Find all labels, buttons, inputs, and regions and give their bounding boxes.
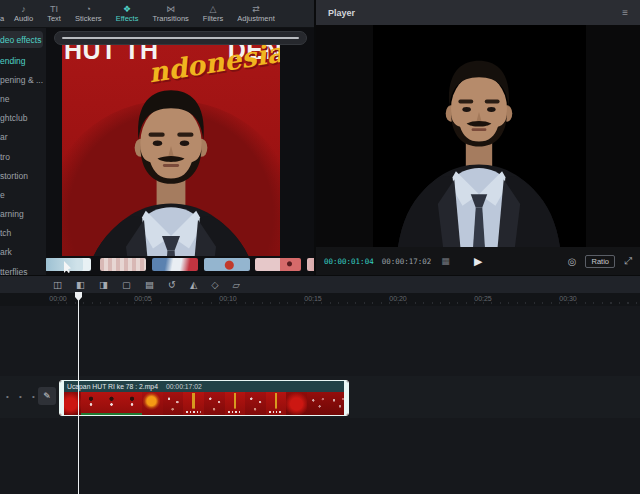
frame-view-icon[interactable]: ▦ <box>441 256 450 266</box>
sidebar-item[interactable]: stortion <box>0 166 46 185</box>
effects-icon: ❖ <box>123 5 131 14</box>
sidebar-item[interactable]: tch <box>0 224 46 243</box>
tool-delete-icon[interactable]: ▢ <box>122 280 131 290</box>
effect-thumbnail[interactable] <box>204 258 250 271</box>
sidebar-item[interactable]: e <box>0 185 46 204</box>
track-toggle-icon[interactable]: • <box>32 393 35 401</box>
tab-transitions[interactable]: ⋈Transitions <box>145 0 195 27</box>
track-toggle-icon[interactable]: • <box>6 393 9 401</box>
tab-text[interactable]: TIText <box>40 0 68 27</box>
tab-label: Filters <box>203 15 223 23</box>
sidebar-item[interactable]: ending <box>0 51 46 70</box>
tab-effects[interactable]: ❖Effects <box>109 0 146 27</box>
tool-mirror-icon[interactable]: ◭ <box>190 280 197 290</box>
fullscreen-icon[interactable]: ⤢ <box>624 255 632 267</box>
ruler-label: 00:30 <box>559 295 577 302</box>
audio-icon: ♪ <box>21 5 26 14</box>
tool-freeze-frame-icon[interactable]: ▤ <box>145 280 154 290</box>
filmstrip-frame <box>204 392 225 416</box>
sidebar-item[interactable]: tterflies <box>0 262 46 276</box>
filmstrip-frame <box>101 392 122 416</box>
timeline-panel: ◫◧◨▢▤↺◭◇▱ 00:0000:0500:1000:1500:2000:25… <box>0 276 640 494</box>
filmstrip-frame <box>245 392 266 416</box>
player-panel: Player ≡ 00:00:01:04 00:00:17:02 ▦ ▶ ◎ R… <box>316 0 640 275</box>
track-header: • • • ✎ <box>0 384 58 410</box>
tab-stickers[interactable]: ◔Stickers <box>68 0 109 27</box>
effect-thumbnail[interactable] <box>307 258 314 271</box>
tool-reverse-icon[interactable]: ↺ <box>168 280 176 290</box>
tool-crop-icon[interactable]: ▱ <box>233 280 240 290</box>
player-canvas <box>316 25 640 247</box>
playhead[interactable] <box>78 292 79 494</box>
sidebar-item[interactable]: tro <box>0 147 46 166</box>
menu-icon[interactable]: ≡ <box>622 7 628 18</box>
timeline-ruler[interactable]: 00:0000:0500:1000:1500:2000:2500:30 <box>0 293 640 306</box>
video-frame[interactable] <box>373 25 586 247</box>
tab-label: Audio <box>14 15 33 23</box>
ruler-label: 00:15 <box>304 295 322 302</box>
effects-category-sidebar: deo effectsendingpening & ...neghtclubar… <box>0 28 46 276</box>
clip-header: Ucapan HUT RI ke 78 : 2.mp4 00:00:17:02 <box>60 381 348 392</box>
tab-label: Text <box>47 15 61 23</box>
tab-audio[interactable]: ♪Audio <box>7 0 40 27</box>
play-button[interactable]: ▶ <box>474 255 482 268</box>
ruler-label: 00:00 <box>49 295 67 302</box>
effect-thumbnail[interactable] <box>255 258 301 271</box>
tab-media-partial[interactable]: a <box>0 0 7 27</box>
tab-label: Stickers <box>75 15 102 23</box>
text-icon: TI <box>50 5 58 14</box>
tab-label: Effects <box>116 15 139 23</box>
filmstrip-frame <box>142 392 163 416</box>
stickers-icon: ◔ <box>86 5 91 14</box>
clip-title: Ucapan HUT RI ke 78 : 2.mp4 <box>67 383 158 390</box>
player-controls: 00:00:01:04 00:00:17:02 ▦ ▶ ◎ Ratio ⤢ <box>316 247 640 275</box>
tab-media-partial-label: a <box>0 15 4 23</box>
effect-thumbnail[interactable] <box>100 258 146 271</box>
tab-label: Adjustment <box>237 15 275 23</box>
filmstrip-frame <box>163 392 184 416</box>
sidebar-item[interactable]: arning <box>0 205 46 224</box>
tab-label: Transitions <box>152 15 188 23</box>
tab-filters[interactable]: △Filters <box>196 0 230 27</box>
video-clip[interactable]: Ucapan HUT RI ke 78 : 2.mp4 00:00:17:02 <box>59 380 349 416</box>
cover-edit-button[interactable]: ✎ <box>38 387 56 405</box>
track-toggle-icon[interactable]: • <box>19 393 22 401</box>
filmstrip-frame <box>266 392 287 416</box>
clip-filmstrip <box>60 392 348 416</box>
ruler-label: 00:25 <box>474 295 492 302</box>
tool-chroma-key-icon[interactable]: ◇ <box>211 280 218 290</box>
tab-adjustment[interactable]: ⇄Adjustment <box>230 0 282 27</box>
sidebar-item[interactable]: pening & ... <box>0 70 46 89</box>
filmstrip-frame <box>122 392 143 416</box>
scrubber-progress <box>62 37 299 39</box>
ruler-label: 00:20 <box>389 295 407 302</box>
tool-delete-left-icon[interactable]: ◧ <box>76 280 85 290</box>
timeline-toolbar: ◫◧◨▢▤↺◭◇▱ <box>0 276 640 293</box>
tab-strip: ♪AudioTIText◔Stickers❖Effects⋈Transition… <box>7 0 282 27</box>
effect-preview-scrubber[interactable] <box>54 31 307 45</box>
video-person <box>380 46 578 247</box>
sidebar-item[interactable]: ar <box>0 128 46 147</box>
filmstrip-frame <box>286 392 307 416</box>
player-header: Player ≡ <box>316 0 640 25</box>
tool-split-icon[interactable]: ◫ <box>53 280 62 290</box>
tool-delete-right-icon[interactable]: ◨ <box>99 280 108 290</box>
filmstrip-frame <box>225 392 246 416</box>
preview-quality-icon[interactable]: ◎ <box>568 256 577 267</box>
total-duration: 00:00:17:02 <box>382 257 432 266</box>
sidebar-item[interactable]: ghtclub <box>0 109 46 128</box>
transitions-icon: ⋈ <box>166 5 175 14</box>
effects-panel: HUT TH DEN ndonesia <box>46 28 314 276</box>
effect-thumbnail[interactable] <box>152 258 198 271</box>
effect-preview-image: HUT TH DEN ndonesia <box>62 45 280 256</box>
sidebar-item[interactable]: deo effects <box>0 31 43 48</box>
effect-thumbnail[interactable] <box>46 258 91 271</box>
filmstrip-frame <box>328 392 349 416</box>
adjustment-icon: ⇄ <box>252 5 260 14</box>
sidebar-item[interactable]: ne <box>0 89 46 108</box>
ratio-button[interactable]: Ratio <box>585 255 615 268</box>
filmstrip-frame <box>81 392 102 416</box>
preview-person <box>63 74 279 256</box>
sidebar-item[interactable]: ark <box>0 243 46 262</box>
player-right-controls: ◎ Ratio ⤢ <box>568 255 632 268</box>
